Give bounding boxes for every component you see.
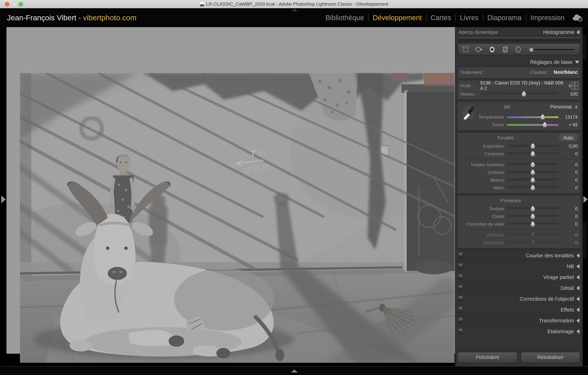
collapse-arrow-icon[interactable] — [577, 307, 579, 312]
histogram-header[interactable]: Aperçu dynamique Histogramme — [455, 27, 583, 37]
slider-thumb[interactable] — [540, 114, 545, 120]
collapse-arrow-icon[interactable] — [577, 264, 579, 269]
blacks-slider[interactable] — [507, 187, 559, 189]
module-nav: Bibliothèque Développement Cartes Livres… — [321, 8, 569, 27]
slider-thumb[interactable] — [531, 177, 535, 182]
texture-value[interactable]: 0 — [559, 206, 578, 212]
profile-value[interactable]: 5138 - Canon EOS 7D (Any) - N&B 009 A 2 — [480, 80, 566, 91]
tone-auto-button[interactable]: Auto — [559, 134, 578, 142]
contrast-slider[interactable] — [507, 153, 559, 155]
slider-thumb[interactable] — [531, 185, 535, 190]
filmstrip-reveal-arrow-icon[interactable] — [291, 369, 298, 373]
profile-caret-icon[interactable] — [568, 84, 571, 88]
contrast-value[interactable]: 0 — [559, 151, 578, 157]
graduated-filter-tool-icon[interactable] — [502, 46, 509, 53]
whites-value[interactable]: 0 — [559, 177, 578, 183]
exposure-slider[interactable] — [507, 145, 559, 147]
wb-value[interactable]: Personnal. — [550, 104, 573, 110]
slider-thumb[interactable] — [531, 151, 535, 156]
clarity-value[interactable]: 0 — [559, 214, 578, 219]
collapse-arrow-icon[interactable] — [577, 329, 579, 334]
right-panel-collapse-arrow-icon[interactable] — [583, 196, 588, 203]
basic-panel-header[interactable]: Réglages de base — [455, 58, 583, 67]
module-livres[interactable]: Livres — [456, 14, 483, 22]
slider-thumb[interactable] — [522, 91, 526, 97]
slider-thumb[interactable] — [531, 162, 535, 167]
collapse-arrow-icon[interactable] — [577, 30, 579, 34]
texture-slider[interactable] — [507, 208, 559, 210]
collapse-arrow-icon[interactable] — [577, 318, 579, 323]
panel-corrections-objectif[interactable]: Corrections de l'objectif — [455, 293, 583, 304]
histogram-strip[interactable] — [458, 37, 580, 42]
adjustment-brush-tool-icon[interactable] — [528, 46, 576, 53]
panel-etalonnage[interactable]: Etalonnage — [455, 326, 583, 337]
module-bibliotheque[interactable]: Bibliothèque — [321, 14, 368, 22]
collapse-arrow-icon[interactable] — [577, 253, 579, 258]
treatment-couleur-option[interactable]: Couleur — [530, 70, 547, 75]
collapse-arrow-icon[interactable] — [577, 275, 579, 280]
treatment-noirblanc-option[interactable]: Noir/blanc — [554, 70, 578, 75]
previous-button[interactable]: Précédent — [458, 352, 517, 363]
spot-removal-tool-icon[interactable] — [475, 46, 483, 53]
panel-toggle[interactable] — [459, 264, 463, 269]
temperature-value[interactable]: 13174 — [559, 114, 578, 120]
panel-toggle[interactable] — [459, 318, 463, 324]
panel-courbe-des-tonalites[interactable]: Courbe des tonalités — [455, 250, 583, 261]
panel-toggle[interactable] — [459, 285, 463, 291]
slider-thumb[interactable] — [531, 213, 535, 219]
blacks-value[interactable]: 0 — [559, 185, 578, 191]
white-balance-eyedropper-icon[interactable] — [461, 104, 476, 121]
module-diaporama[interactable]: Diaporama — [483, 14, 526, 22]
level-value[interactable]: 100 — [559, 91, 578, 97]
exposure-value[interactable]: 0,00 — [559, 143, 578, 149]
panel-toggle[interactable] — [459, 307, 463, 313]
panel-toggle[interactable] — [459, 274, 463, 280]
module-picker-bar: Jean-François Vibert - vibertphoto.com B… — [0, 8, 588, 27]
slider-thumb[interactable] — [531, 221, 535, 227]
scrollbar-ridges[interactable] — [583, 222, 587, 259]
panel-effets[interactable]: Effets — [455, 304, 583, 315]
panel-nb[interactable]: NB — [455, 261, 583, 272]
radial-filter-tool-icon[interactable] — [515, 46, 522, 53]
red-eye-tool-icon[interactable] — [489, 46, 496, 53]
scrollbar-ridges[interactable] — [583, 35, 587, 60]
collapse-arrow-icon[interactable] — [577, 297, 579, 301]
shadows-label: Ombres — [460, 170, 507, 175]
dehaze-value[interactable]: 0 — [559, 222, 578, 227]
profile-browser-icon[interactable] — [571, 82, 578, 90]
slider-thumb[interactable] — [531, 143, 535, 149]
panel-virage-partiel[interactable]: Virage partiel — [455, 272, 583, 283]
highlights-slider[interactable] — [507, 163, 559, 166]
panel-transformation[interactable]: Transformation — [455, 315, 583, 326]
module-developpement[interactable]: Développement — [368, 14, 426, 22]
collapse-arrow-icon[interactable] — [577, 286, 579, 290]
panel-toggle[interactable] — [459, 328, 463, 334]
tint-value[interactable]: + 92 — [559, 122, 578, 128]
module-impression[interactable]: Impression — [526, 14, 569, 22]
slider-thumb[interactable] — [531, 169, 535, 175]
whites-slider[interactable] — [507, 179, 559, 181]
wb-caret-icon[interactable] — [575, 105, 578, 109]
top-panel-reveal-arrow-icon[interactable] — [292, 9, 297, 11]
slider-thumb[interactable] — [531, 206, 535, 211]
highlights-value[interactable]: 0 — [559, 162, 578, 167]
shadows-value[interactable]: 0 — [559, 170, 578, 175]
level-slider[interactable] — [481, 93, 559, 95]
module-cartes[interactable]: Cartes — [426, 14, 455, 22]
identity-site-link[interactable]: vibertphoto.com — [83, 13, 136, 22]
tint-slider[interactable] — [507, 124, 559, 126]
shadows-slider[interactable] — [507, 171, 559, 173]
crop-tool-icon[interactable] — [462, 46, 469, 53]
temperature-slider[interactable] — [507, 116, 559, 118]
dehaze-slider[interactable] — [507, 223, 559, 225]
panel-toggle[interactable] — [459, 253, 463, 259]
panel-detail[interactable]: Détail — [455, 283, 583, 293]
photo-canvas[interactable]: T. l 13 11 18 — [20, 73, 454, 363]
slider-thumb[interactable] — [543, 122, 547, 127]
treatment-box: Traitement : Couleur Noir/blanc — [457, 67, 581, 79]
clarity-slider[interactable] — [507, 215, 559, 217]
left-panel-reveal-arrow-icon[interactable] — [1, 195, 6, 203]
reset-button[interactable]: Réinitialiser — [521, 352, 580, 363]
cloud-sync-alert-icon[interactable] — [572, 14, 583, 21]
panel-toggle[interactable] — [459, 296, 463, 302]
